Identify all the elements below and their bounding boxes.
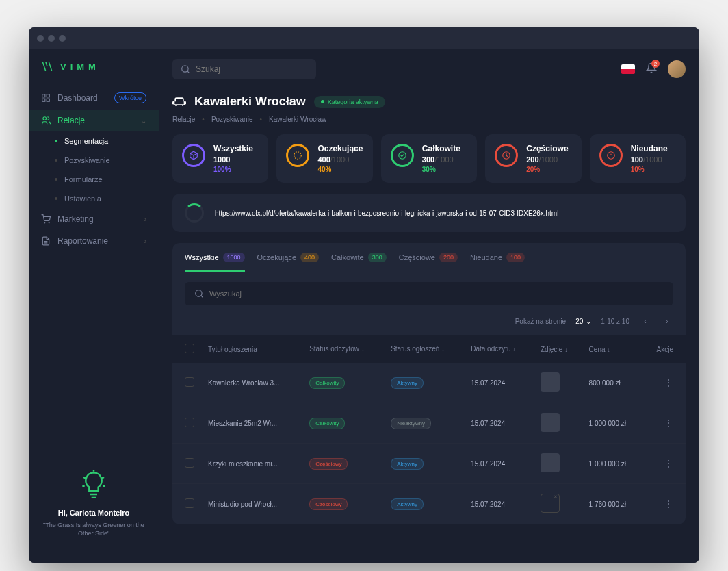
nav-sub-ustawienia[interactable]: Ustawienia <box>29 189 159 208</box>
status-ad-badge: Nieaktywny <box>391 418 431 429</box>
nav-raportowanie[interactable]: Raportowanie › <box>29 230 159 252</box>
svg-rect-3 <box>47 99 49 101</box>
svg-point-4 <box>43 117 47 120</box>
nav-dashboard[interactable]: Dashboard Wkrótce <box>29 86 159 110</box>
listings-table: Tytuł ogłoszenia Status odczytów↓ Status… <box>172 335 686 524</box>
select-all-checkbox[interactable] <box>185 344 194 353</box>
status-read-badge: Całkowity <box>309 418 345 429</box>
nav-relacje[interactable]: Relacje ⌄ <box>29 110 159 131</box>
tab-count: 200 <box>439 253 458 262</box>
stat-card[interactable]: Oczekujące 400/1000 40% <box>276 134 372 183</box>
nav-sub-formularze[interactable]: Formularze <box>29 170 159 189</box>
stat-ring-icon <box>495 144 518 167</box>
per-page-select[interactable]: 20⌄ <box>575 318 591 325</box>
table-body: Kawalerka Wrocław 3... Całkowity Aktywny… <box>172 363 686 524</box>
nav-marketing[interactable]: Marketing › <box>29 208 159 230</box>
notification-count: 2 <box>651 60 660 68</box>
svg-rect-2 <box>42 99 45 101</box>
stat-percent: 100% <box>213 166 253 173</box>
window-titlebar <box>29 27 699 49</box>
topbar-right: 2 <box>621 60 686 78</box>
stat-label: Wszystkie <box>213 144 253 153</box>
row-checkbox[interactable] <box>185 418 194 427</box>
col-date[interactable]: Data odczytu↓ <box>464 335 534 363</box>
nav-sub-label: Formularze <box>64 175 103 183</box>
col-title[interactable]: Tytuł ogłoszenia <box>201 335 302 363</box>
tab-częściowe[interactable]: Częściowe 200 <box>399 253 458 272</box>
traffic-light-max[interactable] <box>59 35 66 42</box>
notifications-button[interactable]: 2 <box>646 62 657 76</box>
global-search[interactable] <box>172 59 316 79</box>
tab-label: Oczekujące <box>257 253 296 262</box>
search-input[interactable] <box>196 64 308 74</box>
topbar: 2 <box>159 49 699 89</box>
row-checkbox[interactable] <box>185 458 194 468</box>
stat-card[interactable]: Wszystkie 1000 100% <box>172 134 268 183</box>
logo-icon <box>41 60 53 73</box>
row-checkbox[interactable] <box>185 498 194 508</box>
nav-label: Marketing <box>57 214 94 224</box>
cell-title: Krzyki mieszkanie mi... <box>201 444 302 484</box>
svg-point-7 <box>182 66 188 72</box>
stat-card[interactable]: Nieudane 100/1000 10% <box>590 134 686 183</box>
cell-title: Ministudio pod Wrocł... <box>201 484 302 524</box>
nav-sub-label: Segmentacja <box>64 137 108 145</box>
nav-sub-segmentacja[interactable]: Segmentacja <box>29 131 159 151</box>
status-ad-badge: Aktywny <box>391 377 424 389</box>
row-actions-button[interactable]: ⋮ <box>664 498 673 509</box>
tab-label: Częściowe <box>399 253 435 262</box>
stat-label: Częściowe <box>526 144 568 153</box>
stat-label: Nieudane <box>631 144 668 153</box>
prev-page-button[interactable]: ‹ <box>639 315 651 327</box>
sort-icon: ↓ <box>441 346 444 353</box>
row-actions-button[interactable]: ⋮ <box>664 377 673 388</box>
tab-całkowite[interactable]: Całkowite 300 <box>331 253 387 272</box>
breadcrumb-item[interactable]: Relacje <box>172 116 195 123</box>
logo[interactable]: VIMM <box>29 60 159 86</box>
row-checkbox[interactable] <box>185 377 194 387</box>
row-actions-button[interactable]: ⋮ <box>664 458 673 469</box>
language-flag[interactable] <box>621 64 635 74</box>
col-status-ad[interactable]: Status ogłoszeń↓ <box>384 335 464 363</box>
tab-label: Wszystkie <box>185 253 219 262</box>
tab-label: Nieudane <box>470 253 502 262</box>
stat-card[interactable]: Częściowe 200/1000 20% <box>485 134 581 183</box>
app-window: VIMM Dashboard Wkrótce Relacje ⌄ Segment… <box>29 27 699 563</box>
table-search-input[interactable] <box>209 290 664 298</box>
svg-rect-0 <box>42 94 45 97</box>
dot-icon <box>55 178 57 181</box>
next-page-button[interactable]: › <box>661 315 673 327</box>
tab-nieudane[interactable]: Nieudane 100 <box>470 253 525 272</box>
user-avatar[interactable] <box>668 60 686 78</box>
nav-sub-pozyskiwanie[interactable]: Pozyskiwanie <box>29 151 159 170</box>
stat-percent: 40% <box>317 166 363 173</box>
nav-label: Relacje <box>57 116 85 125</box>
col-price[interactable]: Cena↓ <box>582 335 643 363</box>
table-row[interactable]: Mieszkanie 25m2 Wr... Całkowity Nieaktyw… <box>172 403 686 444</box>
stat-ring-icon <box>599 144 623 167</box>
stat-card[interactable]: Całkowite 300/1000 30% <box>381 134 477 183</box>
table-row[interactable]: Kawalerka Wrocław 3... Całkowity Aktywny… <box>172 363 686 403</box>
cart-icon <box>41 214 51 224</box>
table-row[interactable]: Krzyki mieszkanie mi... Częściowy Aktywn… <box>172 444 686 484</box>
sort-icon: ↓ <box>361 346 364 353</box>
nav-label: Raportowanie <box>57 236 108 246</box>
sort-icon: ↓ <box>513 346 516 353</box>
tab-oczekujące[interactable]: Oczekujące 400 <box>257 253 320 272</box>
tab-wszystkie[interactable]: Wszystkie 1000 <box>185 253 245 272</box>
nav-sub-label: Pozyskiwanie <box>64 156 110 164</box>
cell-title: Kawalerka Wrocław 3... <box>201 363 302 403</box>
table-row[interactable]: Ministudio pod Wrocł... Częściowy Aktywn… <box>172 484 686 524</box>
stat-value: 200/1000 <box>526 155 568 164</box>
lightbulb-icon <box>80 470 107 498</box>
cell-date: 15.07.2024 <box>464 484 534 524</box>
breadcrumb-item[interactable]: Pozyskiwanie <box>211 116 253 123</box>
col-status-read[interactable]: Status odczytów↓ <box>302 335 384 363</box>
cell-price: 1 760 000 zł <box>582 484 643 524</box>
table-search[interactable] <box>185 282 673 305</box>
traffic-light-close[interactable] <box>37 35 44 42</box>
col-image[interactable]: Zdjęcie↓ <box>534 335 582 363</box>
traffic-light-min[interactable] <box>48 35 55 42</box>
cell-price: 1 000 000 zł <box>582 403 643 444</box>
row-actions-button[interactable]: ⋮ <box>664 418 673 429</box>
